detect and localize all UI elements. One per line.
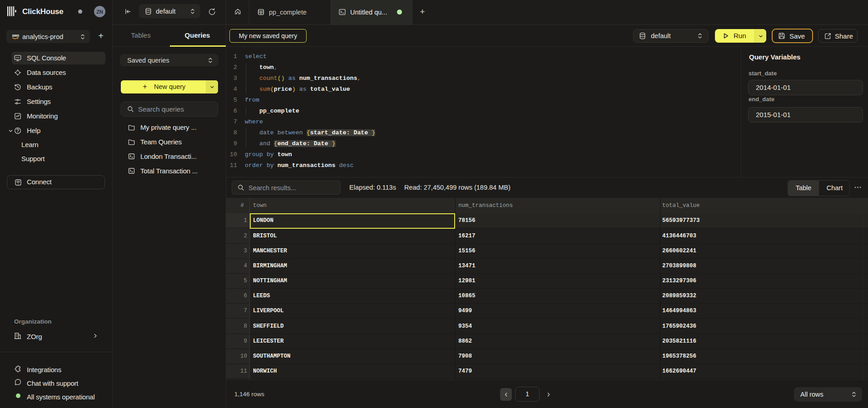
svg-text:aws: aws [12,33,20,38]
